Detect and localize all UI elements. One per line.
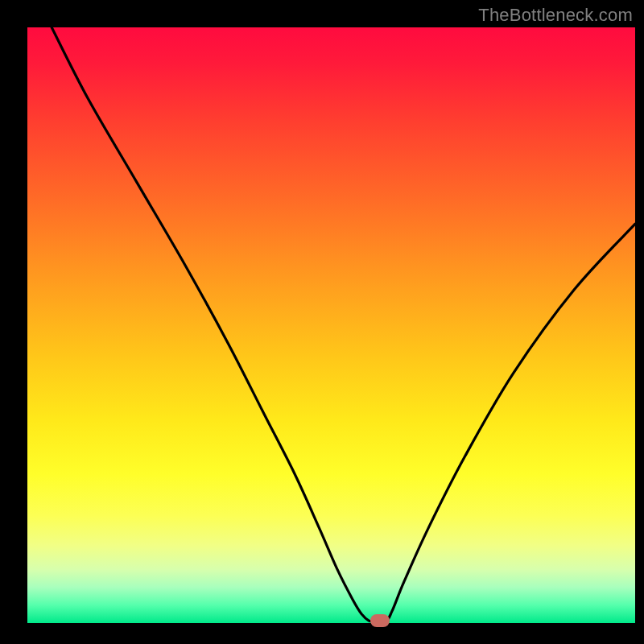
bottleneck-curve [27,27,635,623]
plot-area [27,27,635,623]
optimum-marker [370,614,390,627]
chart-frame: TheBottleneck.com [0,0,644,644]
attribution-label: TheBottleneck.com [478,5,633,26]
